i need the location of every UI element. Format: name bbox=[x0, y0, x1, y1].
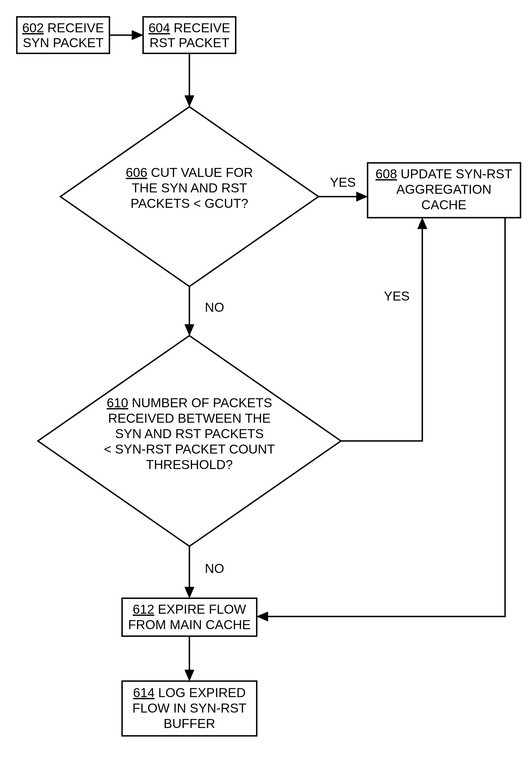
svg-marker-25 bbox=[185, 670, 194, 681]
step-number: 608 bbox=[375, 166, 397, 181]
edge-label-no: NO bbox=[205, 561, 224, 576]
svg-marker-7 bbox=[185, 95, 194, 107]
node-614-log-expired: 614 LOG EXPIRED FLOW IN SYN-RST BUFFER bbox=[122, 681, 257, 736]
svg-text:614 LOG EXPIRED: 614 LOG EXPIRED bbox=[133, 685, 246, 700]
step-text: CACHE bbox=[421, 198, 466, 212]
step-text: SYN AND RST PACKETS bbox=[115, 426, 264, 441]
svg-marker-23 bbox=[257, 612, 268, 621]
svg-text:602 RECEIVE: 602 RECEIVE bbox=[22, 20, 104, 35]
edge-606-yes-to-608: YES bbox=[318, 175, 368, 202]
svg-text:604 RECEIVE: 604 RECEIVE bbox=[148, 20, 230, 35]
edge-602-to-604 bbox=[109, 30, 143, 40]
step-text: UPDATE SYN-RST bbox=[397, 166, 512, 181]
node-612-expire-flow: 612 EXPIRE FLOW FROM MAIN CACHE bbox=[122, 598, 257, 636]
step-number: 602 bbox=[22, 20, 44, 35]
node-606-cut-value-decision: 606 CUT VALUE FOR THE SYN AND RST PACKET… bbox=[60, 107, 318, 287]
svg-text:608 UPDATE SYN-RST: 608 UPDATE SYN-RST bbox=[375, 166, 512, 181]
svg-marker-16 bbox=[38, 336, 341, 546]
step-text: FLOW IN SYN-RST bbox=[132, 701, 246, 715]
svg-text:612 EXPIRE FLOW: 612 EXPIRE FLOW bbox=[133, 602, 246, 617]
node-610-packet-count-decision: 610 NUMBER OF PACKETS RECEIVED BETWEEN T… bbox=[38, 336, 341, 546]
step-number: 606 bbox=[126, 165, 147, 180]
svg-text:610 NUMBER OF PACKETS: 610 NUMBER OF PACKETS bbox=[107, 395, 272, 410]
step-text: CUT VALUE FOR bbox=[147, 165, 253, 180]
edge-label-yes: YES bbox=[330, 175, 356, 189]
step-number: 610 bbox=[107, 395, 128, 410]
edge-612-to-614 bbox=[185, 636, 194, 681]
node-602-receive-syn: 602 RECEIVE SYN PACKET bbox=[17, 17, 109, 53]
step-text: RECEIVED BETWEEN THE bbox=[108, 411, 270, 425]
node-604-receive-rst: 604 RECEIVE RST PACKET bbox=[143, 17, 236, 53]
svg-marker-20 bbox=[185, 587, 194, 598]
flowchart: 602 RECEIVE SYN PACKET 604 RECEIVE RST P… bbox=[0, 0, 532, 769]
svg-text:606 CUT VALUE FOR: 606 CUT VALUE FOR bbox=[126, 165, 253, 180]
edge-610-yes-to-608: YES bbox=[341, 218, 427, 441]
edge-label-yes: YES bbox=[384, 289, 410, 303]
step-number: 604 bbox=[148, 20, 170, 35]
edge-606-no-to-610: NO bbox=[185, 287, 224, 336]
step-number: 612 bbox=[133, 602, 154, 617]
step-text: AGGREGATION bbox=[396, 182, 491, 197]
step-text: RST PACKET bbox=[150, 35, 230, 50]
step-text: RECEIVE bbox=[44, 20, 104, 35]
step-text: < SYN-RST PACKET COUNT bbox=[104, 442, 275, 456]
step-text: LOG EXPIRED bbox=[155, 685, 246, 700]
node-608-update-cache: 608 UPDATE SYN-RST AGGREGATION CACHE bbox=[368, 163, 520, 218]
svg-marker-15 bbox=[185, 324, 194, 336]
step-text: EXPIRE FLOW bbox=[154, 602, 246, 617]
edge-label-no: NO bbox=[205, 300, 224, 315]
step-text: NUMBER OF PACKETS bbox=[128, 395, 272, 410]
step-number: 614 bbox=[133, 685, 155, 700]
svg-marker-5 bbox=[132, 30, 143, 40]
step-text: THE SYN AND RST bbox=[132, 180, 247, 195]
step-text: SYN PACKET bbox=[23, 35, 104, 50]
step-text: BUFFER bbox=[164, 716, 215, 731]
svg-marker-18 bbox=[418, 218, 427, 229]
step-text: THRESHOLD? bbox=[146, 457, 233, 472]
edge-610-no-to-612: NO bbox=[185, 546, 224, 598]
step-text: PACKETS < GCUT? bbox=[130, 196, 248, 211]
edge-604-to-606 bbox=[185, 53, 194, 107]
step-text: FROM MAIN CACHE bbox=[128, 617, 251, 632]
svg-marker-13 bbox=[356, 192, 368, 202]
step-text: RECEIVE bbox=[170, 20, 230, 35]
